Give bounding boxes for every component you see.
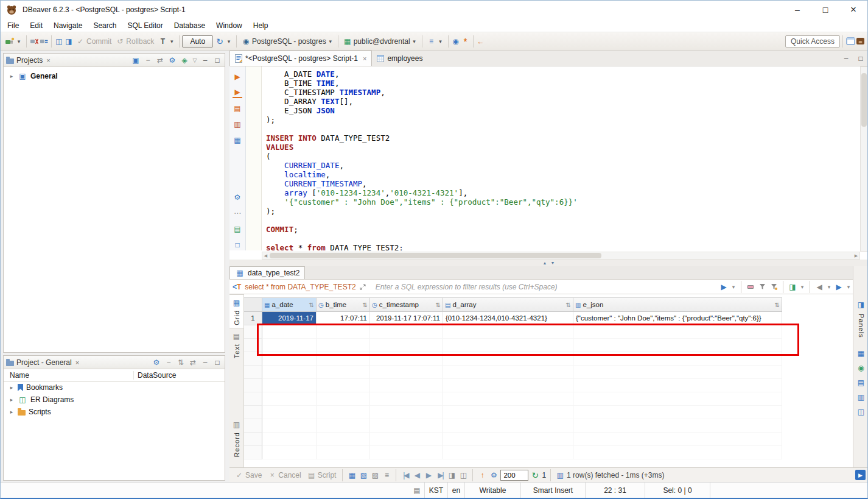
panels-dropdown-icon[interactable]: ▾ (799, 281, 805, 292)
cell-e_json[interactable]: {"customer" : "John Doe","items" : {"pro… (573, 312, 782, 325)
column-header-b_time[interactable]: ◷b_time⇅ (317, 297, 370, 312)
new-connection-dropdown-icon[interactable]: ▾ (16, 36, 22, 47)
history-back-icon[interactable]: ◀ (814, 281, 824, 292)
expand-filter-icon[interactable] (358, 281, 368, 292)
column-filter-sort-icon[interactable]: ⇅ (436, 302, 441, 308)
edit-filter-icon[interactable] (769, 281, 779, 292)
menu-item-navigate[interactable]: Navigate (48, 19, 88, 32)
settings-icon[interactable]: ⚙ (152, 357, 161, 368)
minimize-panel-icon[interactable]: – (200, 357, 210, 368)
column-header-name[interactable]: Name (4, 371, 134, 380)
sash-up-icon[interactable]: ▲ (543, 261, 547, 265)
code-area[interactable]: A_DATE DATE, B_TIME TIME, C_TIMESTAMP TI… (262, 66, 860, 250)
duplicate-row-icon[interactable]: ▧ (359, 470, 368, 481)
apply-filter-icon[interactable]: ▶ (719, 281, 729, 292)
new-panel-icon[interactable]: ▣ (131, 55, 141, 66)
status-timezone[interactable]: KST (424, 483, 447, 498)
menu-item-sql-editor[interactable]: SQL Editor (122, 19, 168, 32)
next-row-icon[interactable]: ▶ (424, 470, 433, 481)
save-filter-icon[interactable] (757, 281, 767, 292)
tab-data-type-test2[interactable]: ▦ data_type_test2 (229, 266, 305, 279)
menu-item-edit[interactable]: Edit (24, 19, 48, 32)
execute-script-icon[interactable]: ▶ (233, 87, 242, 98)
column-filter-sort-icon[interactable]: ⇅ (309, 302, 314, 308)
execute-statement-icon[interactable]: ▶ (233, 71, 242, 82)
maximize-panel-icon[interactable]: □ (212, 55, 222, 66)
close-view-icon[interactable]: × (46, 57, 50, 64)
link-editor-icon[interactable]: ⇄ (188, 357, 198, 368)
refresh-button[interactable]: ↻ ▾ (213, 34, 234, 49)
cell-a_date[interactable]: 2019-11-17 (262, 312, 317, 325)
history-forward-icon[interactable]: ▶ (834, 281, 844, 292)
editor-settings-icon[interactable]: ⚙ (233, 192, 242, 203)
status-caret-position[interactable]: 22 : 31 (585, 483, 645, 498)
column-header-e_json[interactable]: ▥e_json⇅ (573, 297, 782, 312)
filter-history-dropdown-icon[interactable]: ▾ (730, 281, 737, 292)
cell-c_timestamp[interactable]: 2019-11-17 17:07:11 (370, 312, 443, 325)
close-view-icon[interactable]: × (75, 359, 79, 366)
invalidate-connection-icon[interactable] (39, 36, 49, 47)
save-button[interactable]: ✓ Save (233, 468, 264, 483)
export-data-icon[interactable]: ▤ (233, 224, 242, 235)
explain-plan-icon[interactable]: ▤ (233, 103, 242, 114)
transaction-log-icon[interactable]: ◫ (54, 36, 64, 47)
last-row-icon[interactable]: ▶| (435, 470, 445, 481)
record-view-tab[interactable]: ▥ Record (229, 417, 243, 459)
tree-item-scripts[interactable]: ▸ Scripts (4, 406, 225, 417)
menu-item-search[interactable]: Search (88, 19, 122, 32)
column-filter-sort-icon[interactable]: ⇅ (566, 302, 571, 308)
query-log-icon[interactable]: ▦ (233, 135, 242, 146)
edit-value-icon[interactable]: ≡ (382, 470, 391, 481)
schema-selector[interactable]: ▦ public@dvdrental ▾ (341, 34, 419, 49)
open-perspective-icon[interactable] (845, 36, 855, 47)
object-list-button[interactable]: ≡ ▾ (425, 34, 446, 49)
editor-horizontal-scrollbar[interactable]: ◀ ▶ (262, 252, 860, 260)
heap-status-icon[interactable]: ▤ (412, 485, 422, 496)
sort-icon[interactable]: ⇅ (176, 357, 186, 368)
transaction-mode-dropdown[interactable]: T ▾ (156, 34, 177, 49)
quick-access-button[interactable]: Quick Access (785, 35, 840, 48)
export-results-icon[interactable]: ↑ (477, 470, 487, 481)
expand-arrow-icon[interactable]: ▸ (9, 73, 15, 79)
history-forward-dropdown-icon[interactable]: ▾ (845, 281, 852, 292)
column-header-a_date[interactable]: ▦a_date⇅ (262, 297, 317, 312)
row-number-cell[interactable]: 1 (244, 312, 262, 325)
scroll-right-icon[interactable]: ▶ (853, 253, 859, 258)
tree-item-bookmarks[interactable]: ▸ Bookmarks (4, 382, 225, 393)
sash-down-icon[interactable]: ▼ (551, 261, 555, 265)
cell-b_time[interactable]: 17:07:11 (317, 312, 370, 325)
tab-employees[interactable]: employees (372, 51, 427, 66)
grid-corner-cell[interactable] (244, 297, 262, 312)
filter-input[interactable]: Enter a SQL expression to filter results… (369, 283, 717, 291)
column-header-datasource[interactable]: DataSource (134, 371, 176, 380)
maximize-editor-icon[interactable]: □ (856, 53, 866, 64)
column-header-d_array[interactable]: ▤d_array⇅ (443, 297, 573, 312)
filter-type-icon[interactable]: <T (231, 283, 243, 291)
metadata-panel-icon[interactable]: ▤ (856, 377, 866, 388)
menu-item-help[interactable]: Help (248, 19, 274, 32)
editor-vertical-scrollbar[interactable] (860, 66, 868, 252)
menu-item-window[interactable]: Window (211, 19, 248, 32)
minimize-window-button[interactable]: – (783, 1, 811, 19)
close-window-button[interactable]: × (839, 1, 867, 19)
status-language[interactable]: en (447, 483, 464, 498)
fetch-all-icon[interactable]: ◫ (458, 470, 468, 481)
panels-toggle-icon[interactable]: ◨ (788, 281, 797, 292)
menu-item-database[interactable]: Database (169, 19, 211, 32)
cell-d_array[interactable]: {010-1234-1234,010-4321-4321} (443, 312, 573, 325)
new-script-icon[interactable]: □ (233, 239, 242, 250)
status-write-mode[interactable]: Writable (464, 483, 520, 498)
connection-selector[interactable]: ◉ PostgreSQL - postgres ▾ (239, 34, 335, 49)
disconnect-icon[interactable] (29, 36, 39, 47)
delete-row-icon[interactable]: ▨ (370, 470, 380, 481)
refresh-results-icon[interactable]: ↻ (530, 470, 540, 481)
minimize-panel-icon[interactable]: – (200, 55, 210, 66)
refresh-dropdown-icon[interactable]: ▾ (226, 36, 232, 47)
first-row-icon[interactable]: |◀ (401, 470, 410, 481)
wand-icon[interactable]: * (461, 36, 471, 47)
new-connection-button[interactable]: ▾ (3, 34, 24, 49)
rollback-button[interactable]: ↺ Rollback (113, 34, 156, 49)
fetch-page-icon[interactable]: ◨ (447, 470, 457, 481)
column-filter-sort-icon[interactable]: ⇅ (775, 302, 780, 308)
settings-icon[interactable]: ⚙ (167, 55, 177, 66)
